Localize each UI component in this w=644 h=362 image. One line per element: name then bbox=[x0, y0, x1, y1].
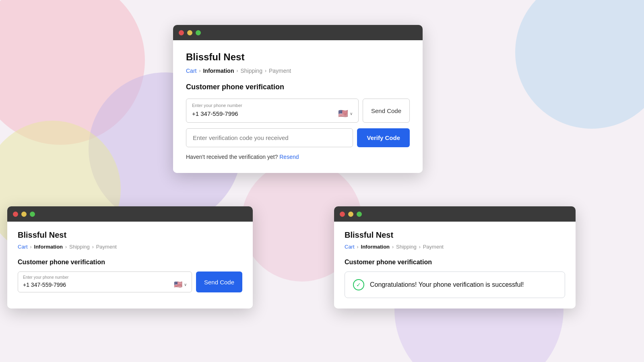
verify-row-main: Verify Code bbox=[186, 128, 410, 147]
breadcrumb-sep-3: › bbox=[265, 68, 266, 74]
breadcrumb-information: Information bbox=[203, 68, 234, 74]
breadcrumb-left-cart[interactable]: Cart bbox=[18, 244, 28, 250]
send-code-button-main[interactable]: Send Code bbox=[363, 99, 410, 123]
flag-icon-main: 🇺🇸 bbox=[338, 109, 348, 118]
section-title-right: Customer phone verification bbox=[345, 259, 565, 266]
success-check-icon: ✓ bbox=[353, 279, 364, 290]
breadcrumb-left-sep2: › bbox=[65, 244, 67, 250]
app-title-main: Blissful Nest bbox=[186, 51, 410, 63]
breadcrumb-left-payment: Payment bbox=[96, 244, 117, 250]
success-message: Congratulations! Your phone verification… bbox=[370, 281, 524, 288]
breadcrumb-sep-1: › bbox=[199, 68, 200, 74]
phone-input-main[interactable]: Enter your phone number +1 347-559-7996 … bbox=[186, 99, 359, 123]
breadcrumb-shipping: Shipping bbox=[240, 68, 262, 74]
close-button-main[interactable] bbox=[179, 30, 184, 35]
breadcrumb-main: Cart › Information › Shipping › Payment bbox=[186, 68, 410, 74]
phone-row-main: Enter your phone number +1 347-559-7996 … bbox=[186, 99, 410, 123]
verify-code-button[interactable]: Verify Code bbox=[357, 128, 410, 147]
phone-number-left: +1 347-559-7996 bbox=[23, 282, 66, 288]
breadcrumb-left-information: Information bbox=[34, 244, 63, 250]
chevron-down-icon-left: ∨ bbox=[184, 282, 187, 287]
breadcrumb-right-payment: Payment bbox=[423, 244, 444, 250]
maximize-button-left[interactable] bbox=[30, 212, 35, 217]
phone-input-label: Enter your phone number bbox=[192, 103, 353, 108]
section-title-main: Customer phone verification bbox=[186, 83, 410, 91]
right-window: Blissful Nest Cart › Information › Shipp… bbox=[334, 206, 576, 309]
breadcrumb-left-sep1: › bbox=[30, 244, 32, 250]
flag-dropdown-left[interactable]: 🇺🇸 ∨ bbox=[174, 280, 187, 289]
main-window-body: Blissful Nest Cart › Information › Shipp… bbox=[173, 40, 423, 173]
breadcrumb-left-sep3: › bbox=[92, 244, 94, 250]
chevron-down-icon-main: ∨ bbox=[350, 111, 353, 116]
minimize-button-left[interactable] bbox=[21, 212, 27, 217]
flag-icon-left: 🇺🇸 bbox=[174, 280, 182, 289]
breadcrumb-left-shipping: Shipping bbox=[69, 244, 90, 250]
resend-text: Haven't received the verification yet? bbox=[186, 154, 278, 160]
close-button-right[interactable] bbox=[340, 212, 345, 217]
phone-row-left: Enter your phone number +1 347-559-7996 … bbox=[18, 272, 242, 292]
phone-number: +1 347-559-7996 bbox=[192, 110, 238, 117]
minimize-button-main[interactable] bbox=[187, 30, 192, 35]
breadcrumb-right-information: Information bbox=[361, 244, 390, 250]
left-window-body: Blissful Nest Cart › Information › Shipp… bbox=[7, 222, 253, 309]
circle-pink bbox=[0, 0, 145, 145]
section-title-left: Customer phone verification bbox=[18, 259, 242, 266]
right-window-body: Blissful Nest Cart › Information › Shipp… bbox=[334, 222, 576, 309]
breadcrumb-right-sep1: › bbox=[357, 244, 359, 250]
app-title-left: Blissful Nest bbox=[18, 230, 242, 240]
breadcrumb-right-sep3: › bbox=[419, 244, 421, 250]
success-box: ✓ Congratulations! Your phone verificati… bbox=[345, 272, 565, 298]
breadcrumb-right-shipping: Shipping bbox=[396, 244, 417, 250]
breadcrumb-right-sep2: › bbox=[392, 244, 394, 250]
maximize-button-right[interactable] bbox=[357, 212, 362, 217]
resend-line: Haven't received the verification yet? R… bbox=[186, 154, 410, 160]
main-window: Blissful Nest Cart › Information › Shipp… bbox=[173, 25, 423, 173]
phone-label-left: Enter your phone number bbox=[23, 275, 187, 280]
titlebar-right bbox=[334, 206, 576, 222]
verify-code-input[interactable] bbox=[186, 128, 353, 147]
flag-dropdown-main[interactable]: 🇺🇸 ∨ bbox=[338, 109, 353, 118]
breadcrumb-left: Cart › Information › Shipping › Payment bbox=[18, 244, 242, 250]
breadcrumb-sep-2: › bbox=[236, 68, 238, 74]
send-code-button-left[interactable]: Send Code bbox=[196, 272, 242, 292]
circle-light-blue bbox=[515, 0, 644, 129]
maximize-button-main[interactable] bbox=[196, 30, 201, 35]
app-title-right: Blissful Nest bbox=[345, 230, 565, 240]
resend-link[interactable]: Resend bbox=[279, 154, 299, 160]
breadcrumb-cart[interactable]: Cart bbox=[186, 68, 196, 74]
titlebar-main bbox=[173, 25, 423, 40]
breadcrumb-right: Cart › Information › Shipping › Payment bbox=[345, 244, 565, 250]
close-button-left[interactable] bbox=[13, 212, 18, 217]
breadcrumb-payment: Payment bbox=[269, 68, 291, 74]
left-window: Blissful Nest Cart › Information › Shipp… bbox=[7, 206, 253, 309]
minimize-button-right[interactable] bbox=[348, 212, 353, 217]
titlebar-left bbox=[7, 206, 253, 222]
breadcrumb-right-cart[interactable]: Cart bbox=[345, 244, 355, 250]
phone-input-left[interactable]: Enter your phone number +1 347-559-7996 … bbox=[18, 272, 192, 292]
